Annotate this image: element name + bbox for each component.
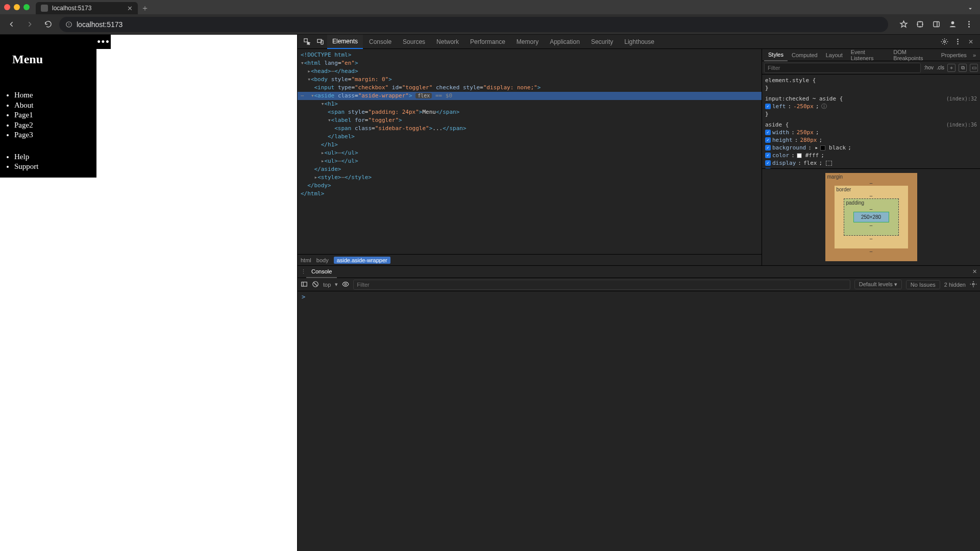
devtools-tabs: Elements Console Sources Network Perform… — [298, 35, 980, 49]
device-toggle-button[interactable] — [314, 36, 326, 48]
styles-toggle-1[interactable]: ⧉ — [959, 64, 967, 72]
bookmark-button[interactable] — [896, 17, 911, 32]
devtools-close-button[interactable]: ✕ — [965, 36, 977, 48]
bm-border-label: border — [837, 187, 851, 192]
dom-tree[interactable]: <!DOCTYPE html> ▾<html lang="en"> ▸<head… — [298, 49, 762, 254]
tab-application[interactable]: Application — [545, 35, 585, 49]
bm-margin-label: margin — [827, 174, 843, 180]
css-rules[interactable]: element.style { } (index):32 input:check… — [762, 74, 980, 168]
console-drawer: ⋮ Console ✕ top▾ Default levels ▾ No Iss… — [298, 265, 980, 551]
stab-properties[interactable]: Properties — [937, 49, 971, 61]
svg-point-1 — [68, 25, 69, 26]
new-tab-button[interactable]: ＋ — [141, 2, 149, 14]
sidebar-item[interactable]: Page3 — [14, 130, 96, 140]
styles-filter-input[interactable] — [764, 63, 921, 73]
live-expression-button[interactable] — [342, 281, 349, 289]
tab-memory[interactable]: Memory — [511, 35, 544, 49]
side-panel-button[interactable] — [929, 17, 943, 32]
back-button[interactable] — [4, 17, 18, 32]
tab-console[interactable]: Console — [364, 35, 397, 49]
log-levels-select[interactable]: Default levels ▾ — [854, 280, 902, 289]
console-filter-input[interactable] — [353, 280, 850, 290]
content-row: Menu Home About Page1 Page2 Page3 Help S… — [0, 35, 980, 551]
tab-close-icon[interactable]: ✕ — [127, 5, 133, 12]
new-style-rule-button[interactable]: ＋ — [947, 64, 955, 72]
chevron-down-icon: ▾ — [335, 281, 338, 288]
console-sidebar-toggle[interactable] — [301, 281, 308, 289]
svg-point-13 — [957, 41, 959, 42]
drawer-tab-console[interactable]: Console — [306, 266, 337, 278]
favicon-icon — [41, 5, 48, 12]
console-output[interactable]: > — [298, 291, 980, 551]
drawer-close-button[interactable]: ✕ — [972, 268, 977, 275]
stab-dom-breakpoints[interactable]: DOM Breakpoints — [889, 49, 937, 61]
issues-button[interactable]: No Issues — [906, 280, 940, 289]
site-info-icon[interactable] — [65, 21, 72, 28]
tab-elements[interactable]: Elements — [327, 35, 363, 49]
sidebar-toggle-button[interactable]: ••• — [96, 35, 111, 49]
menu-button[interactable] — [962, 17, 976, 32]
tab-overflow-button[interactable] — [965, 3, 976, 14]
svg-point-11 — [943, 41, 945, 43]
browser-tab[interactable]: localhost:5173 ✕ — [36, 2, 138, 14]
devtools-settings-button[interactable] — [938, 36, 950, 48]
devtools: Elements Console Sources Network Perform… — [297, 35, 980, 551]
stab-event-listeners[interactable]: Event Listeners — [847, 49, 890, 61]
styles-toggle-2[interactable]: ▭ — [970, 64, 978, 72]
tab-performance[interactable]: Performance — [465, 35, 510, 49]
tab-sources[interactable]: Sources — [398, 35, 430, 49]
sidebar-item[interactable]: Page2 — [14, 120, 96, 131]
cls-toggle[interactable]: .cls — [937, 65, 944, 70]
stab-styles[interactable]: Styles — [764, 49, 788, 61]
drawer-tabs: ⋮ Console ✕ — [298, 266, 980, 278]
console-prompt: > — [302, 293, 305, 300]
svg-rect-3 — [933, 22, 939, 27]
sidebar-item[interactable]: Home — [14, 90, 96, 101]
box-model: margin – border – padding – 250×280 – — [762, 168, 980, 265]
svg-rect-2 — [917, 22, 922, 27]
rule-source[interactable]: (index):32 — [946, 95, 977, 103]
tab-network[interactable]: Network — [431, 35, 464, 49]
sidebar-item[interactable]: Help — [14, 152, 96, 162]
inspect-button[interactable] — [301, 36, 313, 48]
breadcrumb-html[interactable]: html — [301, 257, 311, 263]
svg-point-4 — [951, 21, 954, 24]
window-minimize-icon[interactable] — [14, 4, 20, 10]
breadcrumb-aside[interactable]: aside.aside-wrapper — [334, 257, 390, 264]
sidebar-item[interactable]: Support — [14, 162, 96, 172]
console-context[interactable]: top — [323, 282, 331, 288]
svg-point-14 — [957, 43, 959, 45]
reload-button[interactable] — [41, 17, 55, 32]
devtools-more-button[interactable] — [951, 36, 964, 48]
breadcrumbs[interactable]: html body aside.aside-wrapper — [298, 254, 762, 265]
forward-button[interactable] — [22, 17, 37, 32]
console-clear-button[interactable] — [312, 281, 319, 289]
styles-overflow-icon[interactable]: » — [971, 52, 978, 58]
tab-lighthouse[interactable]: Lighthouse — [619, 35, 659, 49]
bm-content-size: 250×280 — [853, 212, 889, 222]
window-maximize-icon[interactable] — [23, 4, 30, 10]
sidebar-item[interactable]: Page1 — [14, 110, 96, 120]
drawer-more-icon[interactable]: ⋮ — [301, 268, 306, 275]
hidden-count: 2 hidden — [944, 282, 966, 288]
svg-point-18 — [972, 283, 974, 285]
window-close-icon[interactable] — [4, 4, 10, 10]
sidebar-item[interactable]: About — [14, 101, 96, 111]
profile-button[interactable] — [945, 17, 960, 32]
address-bar[interactable]: localhost:5173 — [59, 17, 888, 32]
page-sidebar: Menu Home About Page1 Page2 Page3 Help S… — [0, 35, 96, 178]
rule-selector: aside { — [765, 121, 977, 129]
tab-security[interactable]: Security — [586, 35, 618, 49]
console-toolbar: top▾ Default levels ▾ No Issues 2 hidden — [298, 278, 980, 291]
tab-strip: localhost:5173 ✕ ＋ — [0, 0, 980, 14]
stab-layout[interactable]: Layout — [822, 49, 847, 61]
stab-computed[interactable]: Computed — [788, 49, 822, 61]
hov-toggle[interactable]: :hov — [924, 65, 934, 70]
sidebar-list-2: Help Support — [0, 152, 96, 172]
page-viewport: Menu Home About Page1 Page2 Page3 Help S… — [0, 35, 297, 551]
console-settings-button[interactable] — [970, 281, 977, 289]
extensions-button[interactable] — [913, 17, 927, 32]
svg-point-7 — [968, 26, 970, 28]
rule-source[interactable]: (index):36 — [946, 121, 977, 129]
breadcrumb-body[interactable]: body — [316, 257, 329, 263]
